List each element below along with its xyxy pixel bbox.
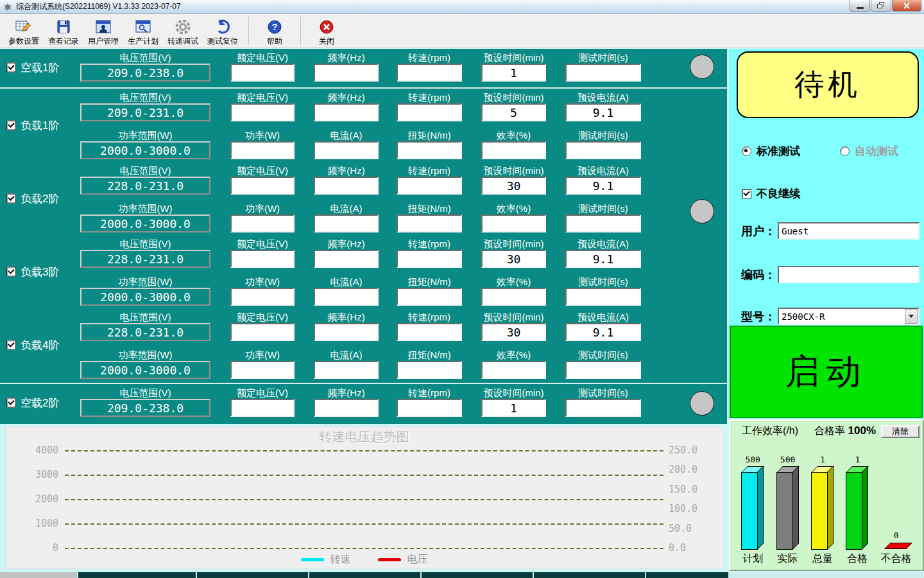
value-input[interactable] — [230, 141, 295, 159]
value-input[interactable] — [314, 323, 379, 341]
value-input[interactable] — [397, 399, 462, 417]
value-input[interactable] — [565, 361, 641, 379]
value-input[interactable]: 9.1 — [565, 177, 641, 195]
value-input[interactable] — [565, 215, 641, 232]
code-input[interactable] — [778, 266, 920, 283]
bar-value: 0 — [894, 530, 899, 540]
value-input[interactable] — [230, 323, 295, 341]
checkbox-icon — [6, 267, 16, 277]
value-input[interactable] — [314, 250, 379, 268]
value-input[interactable] — [397, 323, 462, 341]
field-label: 测试时间(s) — [578, 276, 628, 288]
value-input[interactable] — [481, 361, 546, 379]
left-axis-tick: 3000 — [20, 469, 58, 480]
right-axis-tick: 150.0 — [669, 484, 714, 495]
field-label: 电流(A) — [330, 349, 363, 361]
value-input[interactable]: 30 — [481, 250, 546, 268]
field-label: 电流(A) — [330, 276, 363, 288]
stage-label: 空载2阶 — [21, 396, 59, 410]
value-input[interactable] — [481, 288, 546, 306]
value-input[interactable] — [565, 141, 641, 159]
toolbar-separator — [248, 17, 249, 45]
value-input[interactable] — [565, 288, 641, 306]
value-input[interactable] — [230, 361, 295, 379]
minimize-button[interactable] — [850, 0, 870, 12]
value-input[interactable] — [565, 399, 641, 417]
value-input[interactable]: 30 — [481, 323, 546, 341]
value-input[interactable] — [397, 177, 462, 195]
field-label: 电压范围(V) — [120, 51, 171, 64]
stage-label: 负载2阶 — [21, 191, 59, 206]
value-input[interactable] — [397, 250, 462, 268]
value-input[interactable] — [230, 215, 295, 232]
radio-standard-test[interactable]: 标准测试 — [742, 144, 800, 159]
stage-row: 空载1阶电压范围(V)209.0-238.0额定电压(V)频率(Hz)转速(rp… — [0, 49, 727, 86]
value-input[interactable] — [230, 103, 295, 121]
value-input[interactable] — [397, 141, 462, 159]
value-input[interactable] — [397, 103, 462, 121]
stage-checkbox[interactable]: 负载2阶 — [6, 191, 59, 206]
stage-checkbox[interactable]: 负载3阶 — [6, 265, 59, 279]
toolbar-button-plan[interactable]: 生产计划 — [123, 14, 163, 48]
window-title: 综合测试系统(S202211069) V1.3.33 2023-07-07 — [16, 1, 181, 12]
value-input[interactable] — [397, 64, 462, 82]
value-input[interactable] — [481, 141, 546, 159]
toolbar-button-close[interactable]: 关闭 — [307, 14, 346, 48]
test-stage-grid: 空载1阶电压范围(V)209.0-238.0额定电压(V)频率(Hz)转速(rp… — [0, 49, 727, 424]
value-input[interactable] — [314, 361, 379, 379]
value-input[interactable] — [314, 177, 379, 195]
close-button[interactable] — [892, 0, 921, 12]
value-input[interactable] — [230, 399, 295, 417]
value-input[interactable]: 9.1 — [565, 250, 641, 268]
value-input[interactable] — [314, 64, 379, 82]
stage-row: 负载4阶电压范围(V)228.0-231.0额定电压(V)频率(Hz)转速(rp… — [0, 308, 727, 381]
stage-checkbox[interactable]: 负载1阶 — [6, 118, 59, 133]
value-input[interactable]: 1 — [481, 399, 546, 417]
value-input[interactable] — [314, 141, 379, 159]
toolbar-button-records[interactable]: 查看记录 — [44, 14, 83, 48]
stage-label: 空载1阶 — [21, 60, 59, 75]
toolbar-button-params[interactable]: 参数设置 — [4, 14, 44, 48]
user-input[interactable] — [778, 222, 920, 240]
stage-checkbox[interactable]: 负载4阶 — [6, 338, 59, 353]
value-input[interactable] — [397, 361, 462, 379]
toolbar-button-help[interactable]: ?帮助 — [255, 14, 295, 48]
start-button[interactable]: 启动 — [730, 326, 923, 418]
value-input[interactable] — [565, 64, 641, 82]
value-input[interactable] — [314, 103, 379, 121]
value-input[interactable]: 30 — [481, 177, 546, 195]
restore-button[interactable] — [871, 0, 891, 12]
value-input[interactable] — [314, 215, 379, 232]
value-input[interactable] — [314, 399, 379, 417]
field-label: 预设电流(A) — [578, 91, 629, 103]
value-input[interactable]: 9.1 — [565, 323, 641, 341]
model-select[interactable]: 2500CX-R — [778, 308, 920, 325]
clear-button[interactable]: 清除 — [881, 425, 920, 438]
value-input[interactable]: 9.1 — [565, 103, 641, 121]
legend-swatch — [301, 558, 324, 561]
statusbar-cell — [646, 572, 728, 578]
value-input[interactable] — [230, 177, 295, 195]
value-input[interactable] — [230, 250, 295, 268]
value-input[interactable] — [230, 288, 295, 306]
field-label: 频率(Hz) — [327, 238, 364, 250]
value-input[interactable]: 5 — [481, 103, 546, 121]
stage-checkbox[interactable]: 空载2阶 — [6, 396, 59, 410]
radio-auto-test[interactable]: 自动测试 — [840, 144, 898, 159]
value-input[interactable] — [481, 215, 546, 232]
toolbar-button-reset[interactable]: 测试复位 — [203, 14, 243, 48]
toolbar-button-speed[interactable]: 转速调试 — [163, 14, 203, 48]
stage-checkbox[interactable]: 空载1阶 — [6, 60, 59, 75]
value-input[interactable] — [314, 288, 379, 306]
value-input[interactable] — [397, 215, 462, 232]
checkbox-continue-on-fail[interactable]: 不良继续 — [742, 186, 800, 201]
legend-label: 转速 — [330, 553, 351, 566]
value-input[interactable]: 1 — [481, 64, 546, 82]
toolbar-button-users[interactable]: 用户管理 — [83, 14, 123, 48]
restore-icon — [877, 2, 885, 9]
app-icon — [3, 2, 13, 12]
value-input[interactable] — [397, 288, 462, 306]
value-input[interactable] — [230, 64, 295, 82]
chevron-down-icon[interactable] — [905, 309, 918, 324]
stage-label: 负载1阶 — [21, 118, 59, 133]
